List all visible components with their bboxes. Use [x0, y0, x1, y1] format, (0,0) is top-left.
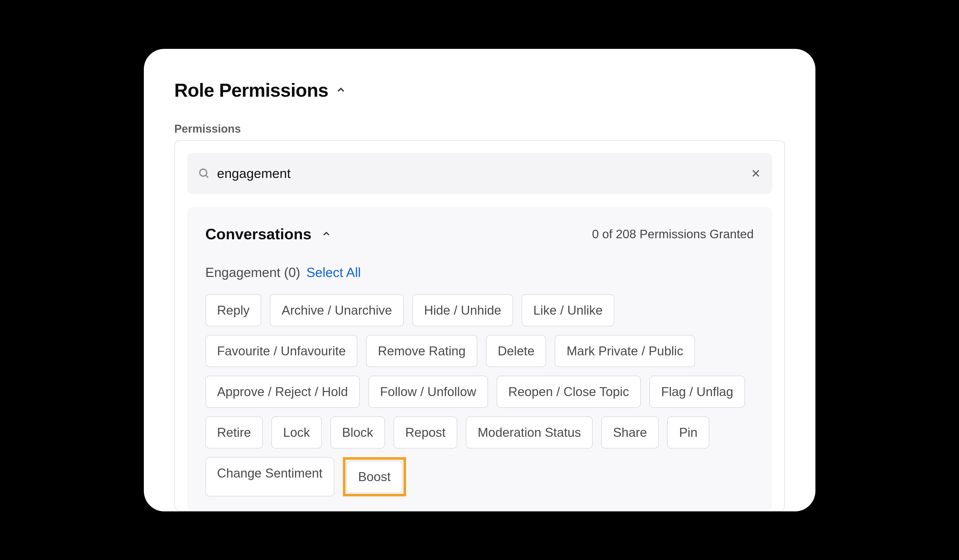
permission-chip[interactable]: Boost	[346, 461, 403, 493]
permissions-card: Role Permissions Permissions	[144, 49, 816, 511]
permission-chip[interactable]: Pin	[667, 417, 709, 449]
select-all-link[interactable]: Select All	[306, 265, 361, 280]
search-box[interactable]	[187, 153, 772, 194]
permission-chip[interactable]: Follow / Unfollow	[368, 376, 488, 408]
permission-chips: ReplyArchive / UnarchiveHide / UnhideLik…	[206, 294, 754, 496]
permission-chip[interactable]: Delete	[486, 335, 546, 367]
permission-chip[interactable]: Favourite / Unfavourite	[206, 335, 358, 367]
search-icon	[198, 168, 210, 179]
svg-point-0	[199, 169, 207, 176]
subgroup-row: Engagement (0) Select All	[206, 265, 754, 280]
permission-chip[interactable]: Change Sentiment	[206, 457, 334, 496]
permission-chip[interactable]: Retire	[206, 417, 263, 449]
search-input[interactable]	[217, 166, 743, 181]
permission-chip[interactable]: Mark Private / Public	[555, 335, 695, 367]
svg-line-1	[206, 175, 208, 177]
permission-chip[interactable]: Block	[330, 417, 385, 449]
permission-chip[interactable]: Lock	[271, 417, 322, 449]
permission-chip[interactable]: Hide / Unhide	[413, 294, 513, 326]
viewport: Role Permissions Permissions	[0, 0, 959, 560]
group-header: Conversations 0 of 208 Permissions Grant…	[206, 225, 754, 243]
permission-chip[interactable]: Remove Rating	[366, 335, 477, 367]
chevron-up-icon	[336, 85, 346, 95]
chevron-up-icon	[322, 230, 331, 238]
permission-chip[interactable]: Moderation Status	[466, 417, 593, 449]
highlight-marker: Boost	[343, 457, 406, 496]
permissions-panel: Conversations 0 of 208 Permissions Grant…	[174, 140, 785, 511]
permission-chip[interactable]: Approve / Reject / Hold	[206, 376, 360, 408]
permission-chip[interactable]: Like / Unlike	[522, 294, 614, 326]
permission-chip[interactable]: Reopen / Close Topic	[497, 376, 641, 408]
section-header[interactable]: Role Permissions	[174, 80, 785, 101]
section-title: Role Permissions	[174, 80, 328, 101]
permission-chip[interactable]: Repost	[393, 417, 457, 449]
permissions-sublabel: Permissions	[174, 123, 785, 135]
close-icon[interactable]	[751, 168, 761, 178]
grant-count: 0 of 208 Permissions Granted	[592, 227, 754, 241]
permission-chip[interactable]: Reply	[206, 294, 261, 326]
conversations-group: Conversations 0 of 208 Permissions Grant…	[187, 207, 772, 511]
permission-chip[interactable]: Flag / Unflag	[650, 376, 745, 408]
group-title: Conversations	[206, 225, 312, 243]
permission-chip[interactable]: Archive / Unarchive	[270, 294, 404, 326]
permission-chip[interactable]: Share	[601, 417, 659, 449]
subgroup-label: Engagement (0)	[206, 265, 300, 280]
group-toggle[interactable]: Conversations	[206, 225, 331, 243]
